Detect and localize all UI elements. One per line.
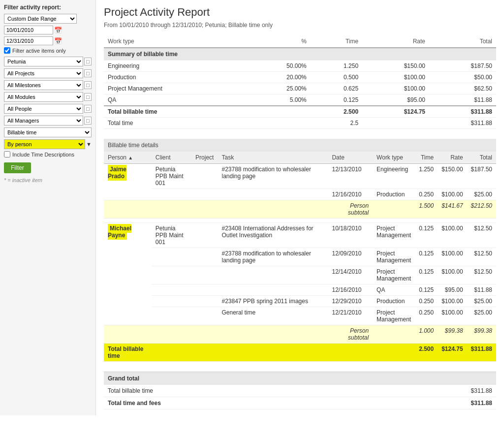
milestone-select[interactable]: All Milestones [4,80,83,90]
table-row: 12/16/2010 QA 0.125 $95.00 $11.88 [104,284,496,296]
details-total-label: Total billable time [104,344,152,362]
details-total-time: 2.500 [415,344,438,362]
group-by-row: By person ▼ [4,139,92,149]
table-row: Production 20.00% 0.500 $100.00 $50.00 [104,72,496,83]
filter-button[interactable]: Filter [4,162,31,173]
grand-total-table: Total billable time $311.88 Total time a… [104,385,496,409]
grand-total-row: Total billable time $311.88 [104,385,496,397]
col-total: Total [467,152,496,164]
col-project: Project [191,152,218,164]
details-total-billable-row: Total billable time 2.500 $124.75 $311.8… [104,344,496,362]
col-time: Time [311,35,362,48]
person-name-2: MichaelPayne [108,224,131,240]
time-type-row: Billable time [4,127,92,137]
include-time-desc-label: Include Time Descriptions [12,152,74,157]
date-range-select[interactable]: Custom Date Range [4,14,77,24]
calendar-icon[interactable]: 📅 [54,27,62,34]
table-row: #23788 modification to wholesaler landin… [104,248,496,266]
table-row: Engineering 50.00% 1.250 $150.00 $187.50 [104,61,496,72]
people-select[interactable]: All People [4,104,83,114]
time-type-select[interactable]: Billable time [4,127,92,137]
project-row: All Projects □ [4,68,92,78]
total-time-value: 2.5 [311,118,362,129]
table-row: 12/14/2010 ProjectManagement 0.125 $100.… [104,266,496,284]
group-by-select[interactable]: By person [4,139,85,149]
summary-table: Work type % Time Rate Total Summary of b… [104,35,496,129]
main-content: Project Activity Report From 10/01/2010 … [96,0,504,415]
copy-icon-manager[interactable]: □ [84,117,92,125]
include-time-desc-row: Include Time Descriptions [4,151,92,157]
spacer-row [104,219,496,223]
project-select[interactable]: All Projects [4,68,83,78]
start-date-input[interactable] [4,26,53,34]
col-task: Task [218,152,328,164]
end-date-row: 📅 [4,36,92,45]
summary-section-header: Summary of billable time [104,48,496,61]
filter-active-checkbox[interactable] [4,47,10,54]
table-row: QA 5.00% 0.125 $95.00 $11.88 [104,94,496,106]
sidebar-title: Filter activity report: [4,4,92,11]
total-billable-row: Total billable time 2.500 $124.75 $311.8… [104,106,496,118]
col-client: Client [152,152,191,164]
client-select[interactable]: Petunia [4,57,83,66]
col-date: Date [328,152,373,164]
page-title: Project Activity Report [104,6,496,19]
sidebar: Filter activity report: Custom Date Rang… [0,0,96,415]
total-billable-total: $311.88 [429,106,496,118]
col-person: Person ▲ [104,152,152,164]
manager-select[interactable]: All Managers [4,116,83,126]
people-row: All People □ [4,104,92,114]
end-date-input[interactable] [4,36,53,45]
person-subtotal-row: Person subtotal 1.500 $141.67 $212.50 [104,200,496,219]
col-rate: Rate [362,35,429,48]
total-time-label: Total time [104,118,247,129]
table-row: #23847 PPB spring 2011 images 12/29/2010… [104,296,496,307]
details-section-header: Billable time details [104,139,496,152]
date-range-row: Custom Date Range [4,14,92,24]
table-row: MichaelPayne PetuniaPPB Maint 001 #23408… [104,223,496,248]
total-billable-rate: $124.75 [362,106,429,118]
inactive-note: * = inactive item [4,177,92,183]
grand-total-header: Grand total [104,372,496,385]
copy-icon-milestone[interactable]: □ [84,81,92,89]
table-row: JaimePrado PetuniaPPB Maint 001 #23788 m… [104,164,496,189]
copy-icon-client[interactable]: □ [84,58,92,65]
sort-icon: ▲ [128,155,133,160]
col-work-type: Work type [104,35,247,48]
person-name-cell: JaimePrado [104,164,152,200]
start-date-row: 📅 [4,26,92,34]
client-row: Petunia □ [4,57,92,66]
module-select[interactable]: All Modules [4,92,83,102]
table-row: General time 12/21/2010 ProjectManagemen… [104,307,496,325]
person-name-cell-2: MichaelPayne [104,223,152,325]
total-billable-label: Total billable time [104,106,247,118]
filter-active-label: Filter active items only [12,48,66,54]
col-time: Time [415,152,438,164]
copy-icon-module[interactable]: □ [84,93,92,101]
report-subtitle: From 10/01/2010 through 12/31/2010; Petu… [104,22,496,29]
milestone-row: All Milestones □ [4,80,92,90]
col-pct: % [247,35,311,48]
details-total-rate: $124.75 [438,344,467,362]
col-rate: Rate [438,152,467,164]
summary-section-label: Summary of billable time [104,48,496,61]
total-time-row: Total time 2.5 $311.88 [104,118,496,129]
filter-active-row: Filter active items only [4,47,92,54]
include-time-desc-checkbox[interactable] [4,151,10,157]
table-row: 12/16/2010 Production 0.250 $100.00 $25.… [104,189,496,200]
details-table: Person ▲ Client Project Task Date Work t… [104,152,496,362]
copy-icon-people[interactable]: □ [84,105,92,113]
module-row: All Modules □ [4,92,92,102]
grand-total-fees-row: Total time and fees $311.88 [104,397,496,409]
grand-total-section: Grand total Total billable time $311.88 … [104,372,496,409]
total-billable-time: 2.500 [311,106,362,118]
calendar-icon-2[interactable]: 📅 [54,37,62,45]
table-row: Project Management 25.00% 0.625 $100.00 … [104,83,496,94]
person2-subtotal-row: Person subtotal 1.000 $99.38 $99.38 [104,325,496,344]
col-total: Total [429,35,496,48]
copy-icon-project[interactable]: □ [84,69,92,77]
col-worktype: Work type [373,152,415,164]
person-name: JaimePrado [108,165,126,181]
total-time-total: $311.88 [429,118,496,129]
details-total-total: $311.88 [467,344,496,362]
